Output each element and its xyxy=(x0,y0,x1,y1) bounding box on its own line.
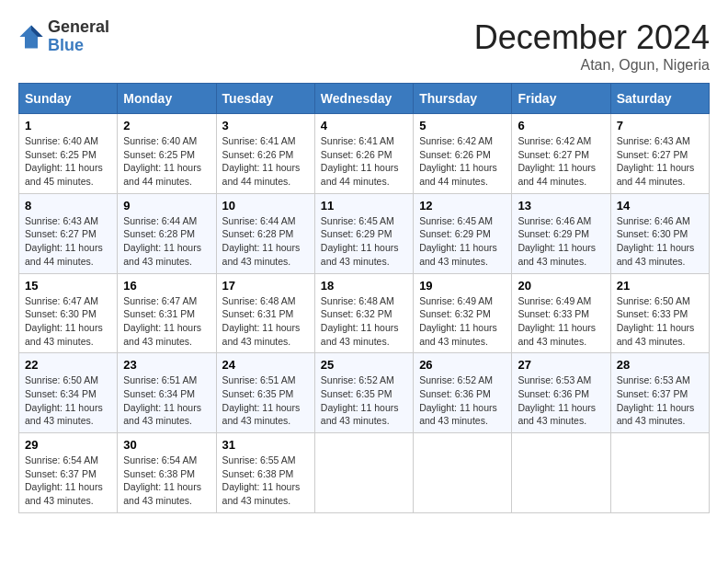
weekday-header-sunday: Sunday xyxy=(19,84,118,114)
day-number: 17 xyxy=(222,279,309,293)
calendar-cell: 5Sunrise: 6:42 AMSunset: 6:26 PMDaylight… xyxy=(414,114,512,194)
weekday-header-friday: Friday xyxy=(512,84,610,114)
day-number: 19 xyxy=(419,279,506,293)
day-number: 7 xyxy=(617,119,703,132)
day-info: Sunrise: 6:42 AMSunset: 6:27 PMDaylight:… xyxy=(518,134,604,189)
day-info: Sunrise: 6:43 AMSunset: 6:27 PMDaylight:… xyxy=(25,214,111,269)
day-info: Sunrise: 6:54 AMSunset: 6:37 PMDaylight:… xyxy=(25,454,111,508)
day-number: 10 xyxy=(222,199,309,213)
title-area: December 2024 Atan, Ogun, Nigeria xyxy=(474,18,710,74)
day-number: 25 xyxy=(321,358,407,372)
calendar-cell: 17Sunrise: 6:48 AMSunset: 6:31 PMDayligh… xyxy=(216,273,314,353)
calendar-cell: 19Sunrise: 6:49 AMSunset: 6:32 PMDayligh… xyxy=(414,273,512,353)
calendar-cell: 9Sunrise: 6:44 AMSunset: 6:28 PMDaylight… xyxy=(118,193,216,273)
day-number: 30 xyxy=(123,438,210,452)
calendar-week-4: 22Sunrise: 6:50 AMSunset: 6:34 PMDayligh… xyxy=(19,353,710,433)
calendar-cell: 11Sunrise: 6:45 AMSunset: 6:29 PMDayligh… xyxy=(314,193,413,273)
day-info: Sunrise: 6:54 AMSunset: 6:38 PMDaylight:… xyxy=(123,454,210,508)
day-number: 12 xyxy=(419,199,506,213)
day-info: Sunrise: 6:48 AMSunset: 6:32 PMDaylight:… xyxy=(321,294,407,349)
page-header: General Blue December 2024 Atan, Ogun, N… xyxy=(18,18,710,74)
weekday-header-saturday: Saturday xyxy=(610,84,709,114)
day-info: Sunrise: 6:49 AMSunset: 6:32 PMDaylight:… xyxy=(419,294,506,349)
day-number: 15 xyxy=(25,279,111,293)
day-info: Sunrise: 6:45 AMSunset: 6:29 PMDaylight:… xyxy=(321,214,407,269)
day-number: 20 xyxy=(518,279,604,293)
calendar-cell: 8Sunrise: 6:43 AMSunset: 6:27 PMDaylight… xyxy=(19,193,118,273)
day-number: 11 xyxy=(321,199,407,213)
day-number: 26 xyxy=(419,358,506,372)
calendar-cell: 16Sunrise: 6:47 AMSunset: 6:31 PMDayligh… xyxy=(118,273,216,353)
calendar-cell xyxy=(610,433,709,513)
day-number: 18 xyxy=(321,279,407,293)
day-info: Sunrise: 6:52 AMSunset: 6:35 PMDaylight:… xyxy=(321,373,407,428)
day-number: 3 xyxy=(222,119,309,132)
calendar-cell: 1Sunrise: 6:40 AMSunset: 6:25 PMDaylight… xyxy=(19,114,118,194)
day-number: 16 xyxy=(123,279,210,293)
logo-blue-text: Blue xyxy=(48,37,109,55)
calendar-cell: 31Sunrise: 6:55 AMSunset: 6:38 PMDayligh… xyxy=(216,433,314,513)
calendar-cell xyxy=(314,433,413,513)
calendar-cell: 29Sunrise: 6:54 AMSunset: 6:37 PMDayligh… xyxy=(19,433,118,513)
day-number: 29 xyxy=(25,438,111,452)
calendar-cell: 13Sunrise: 6:46 AMSunset: 6:29 PMDayligh… xyxy=(512,193,610,273)
calendar-cell: 25Sunrise: 6:52 AMSunset: 6:35 PMDayligh… xyxy=(314,353,413,433)
calendar-cell: 15Sunrise: 6:47 AMSunset: 6:30 PMDayligh… xyxy=(19,273,118,353)
day-info: Sunrise: 6:44 AMSunset: 6:28 PMDaylight:… xyxy=(123,214,210,269)
day-number: 21 xyxy=(617,279,703,293)
day-info: Sunrise: 6:46 AMSunset: 6:30 PMDaylight:… xyxy=(617,214,703,269)
month-title: December 2024 xyxy=(474,18,710,57)
calendar-cell: 22Sunrise: 6:50 AMSunset: 6:34 PMDayligh… xyxy=(19,353,118,433)
day-info: Sunrise: 6:47 AMSunset: 6:31 PMDaylight:… xyxy=(123,294,210,349)
calendar-cell: 7Sunrise: 6:43 AMSunset: 6:27 PMDaylight… xyxy=(610,114,709,194)
day-info: Sunrise: 6:49 AMSunset: 6:33 PMDaylight:… xyxy=(518,294,604,349)
calendar-cell: 23Sunrise: 6:51 AMSunset: 6:34 PMDayligh… xyxy=(118,353,216,433)
logo-text: General Blue xyxy=(48,18,109,55)
calendar-cell xyxy=(512,433,610,513)
day-number: 1 xyxy=(25,119,111,132)
day-info: Sunrise: 6:45 AMSunset: 6:29 PMDaylight:… xyxy=(419,214,506,269)
day-info: Sunrise: 6:51 AMSunset: 6:34 PMDaylight:… xyxy=(123,373,210,428)
day-info: Sunrise: 6:53 AMSunset: 6:36 PMDaylight:… xyxy=(518,373,604,428)
day-number: 24 xyxy=(222,358,309,372)
logo: General Blue xyxy=(18,18,109,55)
calendar-cell: 20Sunrise: 6:49 AMSunset: 6:33 PMDayligh… xyxy=(512,273,610,353)
weekday-header-wednesday: Wednesday xyxy=(314,84,413,114)
calendar-cell: 12Sunrise: 6:45 AMSunset: 6:29 PMDayligh… xyxy=(414,193,512,273)
day-number: 9 xyxy=(123,199,210,213)
day-number: 31 xyxy=(222,438,309,452)
day-number: 22 xyxy=(25,358,111,372)
day-info: Sunrise: 6:41 AMSunset: 6:26 PMDaylight:… xyxy=(222,134,309,189)
day-number: 28 xyxy=(617,358,703,372)
calendar-week-2: 8Sunrise: 6:43 AMSunset: 6:27 PMDaylight… xyxy=(19,193,710,273)
day-number: 13 xyxy=(518,199,604,213)
calendar-cell: 27Sunrise: 6:53 AMSunset: 6:36 PMDayligh… xyxy=(512,353,610,433)
day-number: 2 xyxy=(123,119,210,132)
day-info: Sunrise: 6:47 AMSunset: 6:30 PMDaylight:… xyxy=(25,294,111,349)
weekday-header-row: SundayMondayTuesdayWednesdayThursdayFrid… xyxy=(19,84,710,114)
calendar-cell: 10Sunrise: 6:44 AMSunset: 6:28 PMDayligh… xyxy=(216,193,314,273)
calendar-cell: 24Sunrise: 6:51 AMSunset: 6:35 PMDayligh… xyxy=(216,353,314,433)
calendar-cell: 2Sunrise: 6:40 AMSunset: 6:25 PMDaylight… xyxy=(118,114,216,194)
logo-general-text: General xyxy=(48,18,109,37)
calendar-week-3: 15Sunrise: 6:47 AMSunset: 6:30 PMDayligh… xyxy=(19,273,710,353)
day-info: Sunrise: 6:43 AMSunset: 6:27 PMDaylight:… xyxy=(617,134,703,189)
day-info: Sunrise: 6:42 AMSunset: 6:26 PMDaylight:… xyxy=(419,134,506,189)
weekday-header-monday: Monday xyxy=(118,84,216,114)
weekday-header-thursday: Thursday xyxy=(414,84,512,114)
day-number: 5 xyxy=(419,119,506,132)
location-subtitle: Atan, Ogun, Nigeria xyxy=(474,57,710,74)
day-number: 8 xyxy=(25,199,111,213)
day-info: Sunrise: 6:40 AMSunset: 6:25 PMDaylight:… xyxy=(25,134,111,189)
calendar-week-1: 1Sunrise: 6:40 AMSunset: 6:25 PMDaylight… xyxy=(19,114,710,194)
calendar-table: SundayMondayTuesdayWednesdayThursdayFrid… xyxy=(18,83,710,513)
calendar-cell: 4Sunrise: 6:41 AMSunset: 6:26 PMDaylight… xyxy=(314,114,413,194)
day-info: Sunrise: 6:46 AMSunset: 6:29 PMDaylight:… xyxy=(518,214,604,269)
day-info: Sunrise: 6:52 AMSunset: 6:36 PMDaylight:… xyxy=(419,373,506,428)
day-info: Sunrise: 6:41 AMSunset: 6:26 PMDaylight:… xyxy=(321,134,407,189)
day-info: Sunrise: 6:40 AMSunset: 6:25 PMDaylight:… xyxy=(123,134,210,189)
day-info: Sunrise: 6:50 AMSunset: 6:33 PMDaylight:… xyxy=(617,294,703,349)
calendar-week-5: 29Sunrise: 6:54 AMSunset: 6:37 PMDayligh… xyxy=(19,433,710,513)
calendar-cell xyxy=(414,433,512,513)
calendar-cell: 18Sunrise: 6:48 AMSunset: 6:32 PMDayligh… xyxy=(314,273,413,353)
